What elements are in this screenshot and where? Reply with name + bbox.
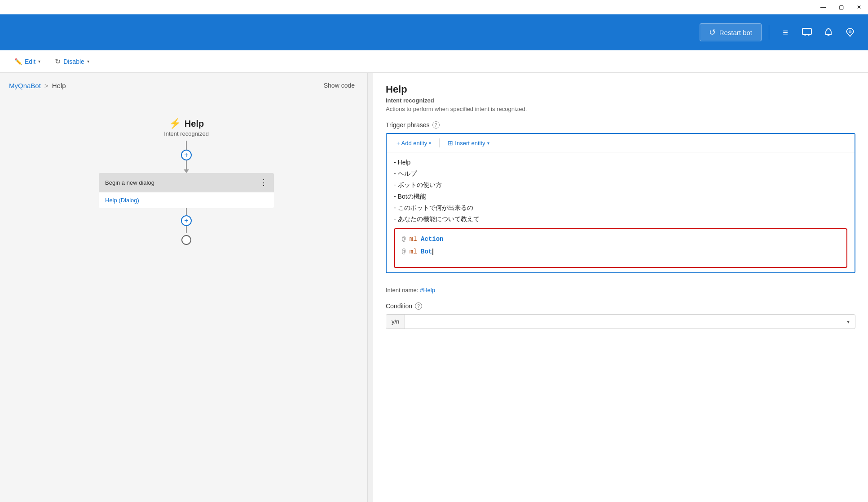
restart-bot-button[interactable]: ↺ Restart bot (700, 23, 762, 41)
flow-line-2 (186, 160, 187, 169)
flow-line-4 (186, 226, 187, 233)
flow-node-title: ⚡ Help Intent recognized (164, 118, 209, 137)
bell-icon-button[interactable] (820, 23, 837, 41)
trigger-phrases-list: - Help - ヘルプ - ボットの使い方 - Botの機能 - このボットで… (387, 152, 855, 272)
condition-input-row: y/n ▾ (386, 314, 855, 329)
flow-title-subtitle: Intent recognized (164, 130, 209, 137)
condition-chevron-icon: ▾ (842, 315, 855, 329)
panel-title: Help (386, 84, 855, 95)
lightning-icon: ⚡ (169, 118, 181, 129)
header-divider (769, 25, 769, 40)
entity-ml-1: ml (410, 235, 417, 243)
condition-section-label: Condition ? (386, 302, 855, 310)
insert-entity-label: Insert entity (455, 140, 485, 147)
breadcrumb-separator: > (44, 82, 48, 89)
minimize-button[interactable]: — (814, 0, 832, 14)
rocket-icon-button[interactable] (841, 23, 859, 41)
flow-connector-1: + (181, 141, 192, 173)
close-button[interactable]: ✕ (850, 0, 868, 14)
condition-prefix: y/n (386, 315, 405, 329)
text-cursor (432, 249, 433, 255)
disable-button[interactable]: ↻ Disable ▾ (49, 54, 95, 68)
disable-icon: ↻ (55, 57, 61, 66)
panel-description: Actions to perform when specified intent… (386, 106, 855, 112)
flow-card-title: Begin a new dialog (105, 179, 154, 186)
toolbar: ✏️ Edit ▾ ↻ Disable ▾ (0, 50, 868, 73)
panel-subtitle: Intent recognized (386, 97, 855, 104)
entity-at-1: @ (402, 235, 410, 243)
disable-chevron-icon: ▾ (87, 59, 89, 64)
entity-name-2: Bot (421, 248, 432, 255)
trigger-box: + Add entity ▾ ⊞ Insert entity ▾ - Help … (386, 133, 855, 273)
flow-diagram: ⚡ Help Intent recognized + Begin a new d… (0, 100, 373, 502)
title-bar: — ▢ ✕ (814, 0, 868, 14)
entity-name-1: Action (421, 235, 443, 243)
condition-label: Condition (386, 302, 412, 310)
phrase-5: - あなたの機能について教えて (394, 213, 847, 225)
trigger-toolbar: + Add entity ▾ ⊞ Insert entity ▾ (387, 134, 855, 152)
canvas-area: MyQnaBot > Help Show code ⚡ Help Intent … (0, 73, 373, 502)
edit-button[interactable]: ✏️ Edit ▾ (9, 55, 46, 68)
intent-name-label: Intent name: (386, 287, 418, 293)
edit-label: Edit (25, 58, 35, 65)
flow-title-with-icon: ⚡ Help (169, 118, 204, 129)
flow-connector-2: + (181, 208, 192, 245)
insert-entity-button[interactable]: ⊞ Insert entity ▾ (443, 138, 493, 148)
breadcrumb: MyQnaBot > Help (9, 82, 66, 89)
intent-name-row: Intent name: #Help (386, 287, 855, 293)
flow-card-link[interactable]: Help (Dialog) (105, 197, 139, 204)
scrollbar-track[interactable] (367, 73, 373, 502)
flow-title-text: Help (185, 119, 204, 129)
flow-end-node (181, 235, 191, 245)
main-area: MyQnaBot > Help Show code ⚡ Help Intent … (0, 73, 868, 502)
breadcrumb-current: Help (52, 82, 66, 89)
intent-name-value[interactable]: #Help (420, 287, 435, 293)
add-node-button-2[interactable]: + (181, 215, 192, 226)
trigger-phrases-section-label: Trigger phrases ? (386, 121, 855, 129)
insert-entity-icon: ⊞ (448, 139, 453, 147)
trigger-help-icon[interactable]: ? (432, 121, 440, 129)
disable-label: Disable (63, 58, 84, 65)
trigger-phrases-label: Trigger phrases (386, 121, 430, 129)
svg-point-1 (849, 31, 851, 33)
insert-entity-chevron-icon: ▾ (487, 141, 489, 146)
right-panel: Help Intent recognized Actions to perfor… (373, 73, 868, 502)
toolbar-divider (439, 138, 440, 147)
flow-arrow-1 (184, 169, 189, 173)
flow-card-header: Begin a new dialog ⋮ (99, 173, 274, 192)
phrase-3: - Botの機能 (394, 191, 847, 202)
maximize-button[interactable]: ▢ (832, 0, 850, 14)
condition-select[interactable] (405, 315, 842, 329)
flow-line-3 (186, 208, 187, 215)
flow-card: Begin a new dialog ⋮ Help (Dialog) (99, 173, 274, 208)
phrase-1: - ヘルプ (394, 168, 847, 179)
condition-section: Condition ? y/n ▾ (386, 302, 855, 329)
phrase-2: - ボットの使い方 (394, 179, 847, 191)
flow-card-menu-icon[interactable]: ⋮ (260, 178, 268, 187)
add-node-button-1[interactable]: + (181, 150, 192, 160)
flow-card-body[interactable]: Help (Dialog) (99, 192, 274, 208)
add-entity-button[interactable]: + Add entity ▾ (392, 138, 436, 148)
menu-icon-button[interactable]: ≡ (776, 23, 794, 41)
svg-rect-0 (802, 28, 811, 35)
add-entity-chevron-icon: ▾ (429, 141, 431, 146)
entity-line-2: @ ml Bot (402, 248, 839, 255)
entity-at-2: @ (402, 248, 410, 255)
chat-icon-button[interactable] (798, 23, 816, 41)
restart-icon: ↺ (709, 27, 716, 37)
add-entity-label: + Add entity (397, 140, 427, 147)
phrase-4: - このボットで何が出来るの (394, 202, 847, 213)
show-code-button[interactable]: Show code (324, 82, 355, 89)
edit-icon: ✏️ (14, 58, 22, 65)
restart-bot-label: Restart bot (719, 29, 752, 36)
entity-input-box[interactable]: @ ml Action @ ml Bot (394, 228, 847, 268)
condition-help-icon[interactable]: ? (415, 302, 422, 310)
header-bar: ↺ Restart bot ≡ (0, 14, 868, 50)
breadcrumb-parent[interactable]: MyQnaBot (9, 82, 41, 89)
entity-ml-2: ml (410, 248, 417, 255)
entity-line-1: @ ml Action (402, 235, 839, 243)
flow-line-1 (186, 141, 187, 150)
phrase-0: - Help (394, 157, 847, 168)
edit-chevron-icon: ▾ (38, 59, 40, 64)
